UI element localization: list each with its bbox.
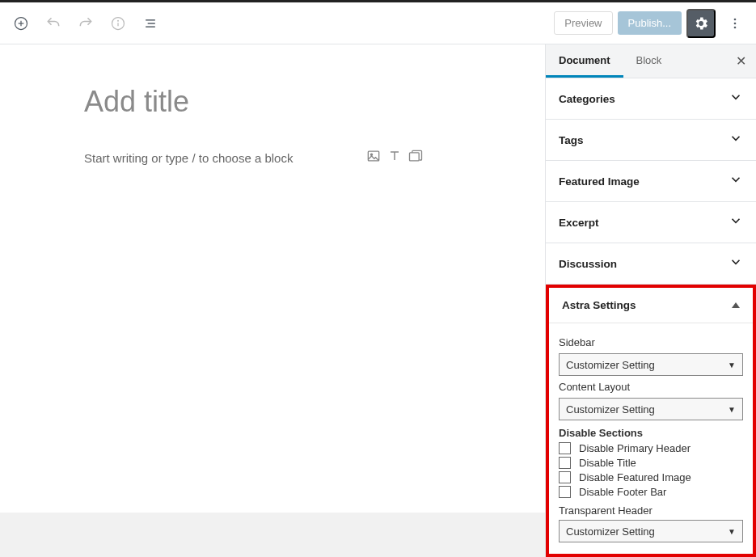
transparent-header-label: Transparent Header bbox=[559, 504, 743, 517]
chevron-down-icon bbox=[729, 255, 743, 272]
tab-block[interactable]: Block bbox=[623, 44, 675, 78]
close-sidebar-button[interactable]: ✕ bbox=[736, 53, 746, 69]
panel-discussion[interactable]: Discussion bbox=[546, 243, 756, 285]
panel-title: Tags bbox=[559, 134, 584, 146]
editor-canvas: Add title Start writing or type / to cho… bbox=[0, 44, 545, 557]
chevron-down-icon bbox=[729, 90, 743, 108]
redo-button[interactable] bbox=[71, 9, 100, 38]
panel-featured-image[interactable]: Featured Image bbox=[546, 161, 756, 202]
disable-featured-image-checkbox[interactable] bbox=[559, 471, 571, 483]
panel-title: Categories bbox=[559, 93, 615, 105]
top-toolbar: Preview Publish... bbox=[0, 0, 756, 44]
post-title-input[interactable]: Add title bbox=[84, 85, 505, 119]
collapse-up-icon bbox=[732, 302, 740, 308]
panel-tags[interactable]: Tags bbox=[546, 120, 756, 161]
panel-title: Discussion bbox=[559, 258, 617, 270]
checkbox-label: Disable Primary Header bbox=[579, 442, 691, 454]
chevron-down-icon bbox=[729, 172, 743, 190]
settings-button[interactable] bbox=[686, 9, 716, 38]
checkbox-label: Disable Title bbox=[579, 457, 636, 469]
sidebar-select[interactable]: Customizer Setting ▼ bbox=[559, 353, 743, 376]
undo-button[interactable] bbox=[39, 9, 68, 38]
svg-point-5 bbox=[118, 20, 119, 21]
redo-icon bbox=[78, 15, 94, 32]
svg-point-10 bbox=[734, 22, 737, 24]
undo-icon bbox=[45, 15, 61, 32]
astra-title: Astra Settings bbox=[562, 299, 636, 311]
content-layout-label: Content Layout bbox=[559, 381, 743, 393]
sidebar-tabs: Document Block ✕ bbox=[546, 44, 756, 78]
disable-primary-header-row: Disable Primary Header bbox=[559, 442, 743, 454]
caret-down-icon: ▼ bbox=[728, 405, 736, 414]
editor-footer-strip bbox=[0, 513, 545, 557]
disable-sections-label: Disable Sections bbox=[559, 427, 743, 439]
plus-circle-icon bbox=[13, 15, 29, 32]
select-value: Customizer Setting bbox=[566, 525, 655, 538]
svg-rect-16 bbox=[410, 153, 420, 161]
image-icon bbox=[365, 148, 382, 164]
caret-down-icon: ▼ bbox=[728, 361, 736, 369]
astra-settings-panel: Astra Settings Sidebar Customizer Settin… bbox=[546, 285, 756, 557]
disable-primary-header-checkbox[interactable] bbox=[559, 442, 571, 454]
sidebar-field-label: Sidebar bbox=[559, 336, 743, 348]
main-layout: Add title Start writing or type / to cho… bbox=[0, 44, 756, 557]
tab-document[interactable]: Document bbox=[546, 44, 623, 78]
dots-vertical-icon bbox=[727, 15, 743, 32]
checkbox-label: Disable Footer Bar bbox=[579, 486, 666, 498]
settings-sidebar: Document Block ✕ Categories Tags Feature… bbox=[545, 44, 756, 557]
block-placeholder-text[interactable]: Start writing or type / to choose a bloc… bbox=[84, 151, 293, 165]
svg-point-9 bbox=[734, 18, 737, 20]
more-options-button[interactable] bbox=[720, 9, 750, 38]
block-placeholder-row: Start writing or type / to choose a bloc… bbox=[84, 148, 505, 167]
publish-button[interactable]: Publish... bbox=[618, 11, 682, 35]
text-icon bbox=[386, 148, 403, 164]
gallery-icon bbox=[408, 148, 424, 164]
select-value: Customizer Setting bbox=[566, 403, 655, 416]
gear-icon bbox=[693, 15, 709, 32]
disable-footer-bar-checkbox[interactable] bbox=[559, 486, 571, 498]
caret-down-icon: ▼ bbox=[728, 527, 736, 536]
outline-button[interactable] bbox=[136, 9, 165, 38]
astra-panel-header[interactable]: Astra Settings bbox=[549, 288, 753, 323]
panel-title: Featured Image bbox=[559, 175, 640, 188]
transparent-header-select[interactable]: Customizer Setting ▼ bbox=[559, 520, 743, 542]
panel-excerpt[interactable]: Excerpt bbox=[546, 202, 756, 243]
info-button[interactable] bbox=[103, 9, 133, 38]
chevron-down-icon bbox=[729, 131, 743, 149]
block-quick-tools bbox=[365, 148, 424, 167]
panel-title: Excerpt bbox=[559, 217, 599, 229]
toolbar-left-group bbox=[6, 9, 165, 38]
outline-icon bbox=[142, 15, 158, 32]
disable-featured-image-row: Disable Featured Image bbox=[559, 471, 743, 483]
preview-button[interactable]: Preview bbox=[554, 11, 612, 35]
svg-point-11 bbox=[734, 26, 737, 28]
heading-block-button[interactable] bbox=[386, 148, 403, 167]
disable-footer-bar-row: Disable Footer Bar bbox=[559, 486, 743, 498]
disable-title-checkbox[interactable] bbox=[559, 457, 571, 469]
image-block-button[interactable] bbox=[365, 148, 382, 167]
panel-categories[interactable]: Categories bbox=[546, 78, 756, 120]
toolbar-right-group: Preview Publish... bbox=[554, 9, 750, 38]
gallery-block-button[interactable] bbox=[408, 148, 424, 167]
select-value: Customizer Setting bbox=[566, 359, 655, 371]
info-icon bbox=[110, 15, 126, 32]
chevron-down-icon bbox=[729, 213, 743, 231]
checkbox-label: Disable Featured Image bbox=[579, 471, 691, 483]
astra-panel-body: Sidebar Customizer Setting ▼ Content Lay… bbox=[549, 323, 753, 554]
add-block-button[interactable] bbox=[6, 9, 36, 38]
content-layout-select[interactable]: Customizer Setting ▼ bbox=[559, 398, 743, 420]
disable-title-row: Disable Title bbox=[559, 457, 743, 469]
